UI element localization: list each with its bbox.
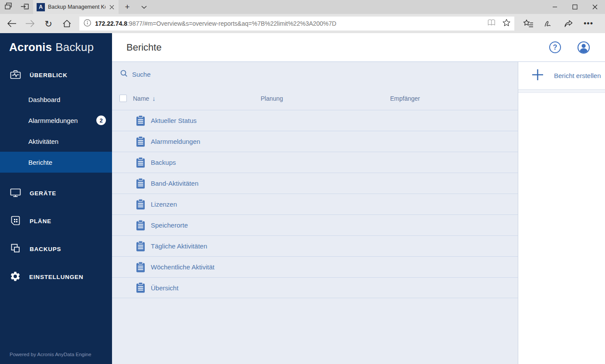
sidebar: Acronis Backup ÜBERBLICK Dashboard Alarm…	[0, 33, 112, 364]
search-input[interactable]: Suche	[112, 62, 518, 87]
sort-desc-icon: ↓	[152, 95, 156, 102]
column-header-planung[interactable]: Planung	[261, 95, 283, 102]
sidebar-section-label: PLÄNE	[30, 218, 51, 225]
share-button[interactable]	[560, 15, 577, 32]
refresh-button[interactable]: ↻	[39, 15, 58, 32]
report-name: Speicherorte	[151, 221, 188, 229]
column-header-empfaenger[interactable]: Empfänger	[390, 95, 420, 102]
report-name: Backups	[151, 159, 176, 166]
table-row[interactable]: Backups	[112, 152, 518, 173]
web-note-pen-button[interactable]	[540, 15, 557, 32]
sidebar-section-geraete[interactable]: GERÄTE	[0, 179, 112, 207]
sidebar-section-einstellungen[interactable]: EINSTELLUNGEN	[0, 263, 112, 291]
url-path: :9877/#m=Overview&s=overview-reports&aq=…	[127, 20, 336, 27]
report-clipboard-icon	[136, 199, 145, 210]
home-button[interactable]	[58, 15, 76, 32]
sidebar-item-label: Aktivitäten	[28, 138, 58, 145]
report-clipboard-icon	[136, 262, 145, 273]
create-report-label: Bericht erstellen	[554, 72, 601, 79]
window-maximize-button[interactable]	[565, 0, 585, 14]
forward-button[interactable]	[21, 15, 39, 32]
more-options-icon: •••	[584, 19, 593, 28]
column-header-name[interactable]: Name ↓	[133, 95, 156, 102]
site-info-icon[interactable]	[84, 19, 91, 28]
url-text[interactable]: 172.22.74.8:9877/#m=Overview&s=overview-…	[95, 20, 483, 27]
logo-product: Backup	[55, 41, 94, 54]
report-name: Tägliche Aktivitäten	[151, 242, 207, 250]
browser-titlebar: A Backup Management Ko +	[0, 0, 605, 14]
backups-icon	[10, 243, 21, 255]
page-header: Berichte ?	[112, 33, 605, 62]
detail-panel: Bericht erstellen	[518, 62, 605, 364]
table-row[interactable]: Band-Aktivitäten	[112, 173, 518, 194]
sidebar-section-label: EINSTELLUNGEN	[29, 274, 83, 280]
new-tab-button[interactable]: +	[119, 0, 136, 14]
reports-list-area: Suche Name ↓ Planung Empfänger Aktueller…	[112, 62, 518, 364]
logo-brand: Acronis	[9, 41, 52, 54]
address-bar[interactable]: 172.22.74.8:9877/#m=Overview&s=overview-…	[79, 17, 514, 31]
powered-by-text: Powered by Acronis AnyData Engine	[10, 352, 91, 357]
tab-list-chevron-icon[interactable]	[136, 0, 152, 14]
browser-tab-active[interactable]: A Backup Management Ko	[33, 0, 119, 14]
sidebar-item-label: Alarmmeldungen	[28, 117, 78, 124]
tab-preview-button[interactable]	[0, 0, 17, 14]
select-all-checkbox[interactable]	[119, 95, 127, 102]
main-content: Berichte ? Suche Name	[112, 33, 605, 364]
set-tabs-aside-icon	[20, 2, 30, 12]
search-placeholder: Suche	[132, 71, 151, 78]
sidebar-item-berichte[interactable]: Berichte	[0, 152, 112, 173]
account-button[interactable]	[577, 41, 590, 54]
report-name: Band-Aktivitäten	[151, 180, 198, 187]
set-tabs-aside-button[interactable]	[17, 0, 33, 14]
sidebar-section-ueberblick[interactable]: ÜBERBLICK	[0, 61, 112, 89]
report-name: Aktueller Status	[151, 117, 197, 124]
gear-icon	[10, 271, 21, 283]
report-clipboard-icon	[136, 157, 145, 168]
overview-icon	[10, 69, 21, 82]
report-name: Alarmmeldungen	[151, 138, 200, 145]
help-button[interactable]: ?	[549, 41, 561, 53]
table-row[interactable]: Tägliche Aktivitäten	[112, 235, 518, 256]
table-row[interactable]: Alarmmeldungen	[112, 131, 518, 152]
search-icon	[120, 70, 128, 79]
report-clipboard-icon	[136, 241, 145, 252]
acronis-backup-logo: Acronis Backup	[0, 33, 112, 61]
report-clipboard-icon	[136, 115, 145, 126]
devices-icon	[10, 187, 21, 200]
report-name: Übersicht	[151, 284, 178, 292]
sidebar-section-label: GERÄTE	[30, 190, 56, 197]
report-clipboard-icon	[136, 178, 145, 189]
tab-close-icon[interactable]	[109, 4, 115, 10]
reading-view-icon[interactable]	[487, 19, 496, 28]
sidebar-item-dashboard[interactable]: Dashboard	[0, 89, 112, 110]
favorite-star-icon[interactable]	[502, 18, 511, 29]
favorites-hub-button[interactable]	[520, 15, 537, 32]
back-button[interactable]	[3, 15, 21, 32]
sidebar-item-aktivitaeten[interactable]: Aktivitäten	[0, 131, 112, 152]
tab-preview-icon	[4, 2, 13, 12]
acronis-favicon-icon: A	[37, 3, 45, 11]
window-close-button[interactable]	[585, 0, 605, 14]
column-label: Name	[133, 95, 149, 102]
plus-icon	[531, 68, 544, 83]
table-row[interactable]: Speicherorte	[112, 214, 518, 235]
create-report-button[interactable]: Bericht erstellen	[518, 62, 605, 90]
sidebar-section-label: ÜBERBLICK	[30, 72, 68, 78]
sidebar-section-backups[interactable]: BACKUPS	[0, 235, 112, 263]
acronis-app: Acronis Backup ÜBERBLICK Dashboard Alarm…	[0, 33, 605, 364]
account-person-icon	[577, 41, 590, 54]
table-row[interactable]: Übersicht	[112, 277, 518, 298]
alerts-count-badge: 2	[96, 116, 106, 125]
workspace: Suche Name ↓ Planung Empfänger Aktueller…	[112, 62, 605, 364]
table-row[interactable]: Wöchentliche Aktivität	[112, 256, 518, 277]
url-host: 172.22.74.8	[95, 20, 127, 27]
titlebar-drag-area	[152, 0, 545, 14]
window-minimize-button[interactable]	[545, 0, 565, 14]
table-row[interactable]: Lizenzen	[112, 194, 518, 214]
sidebar-section-plaene[interactable]: PLÄNE	[0, 207, 112, 235]
more-options-button[interactable]: •••	[580, 15, 597, 32]
sidebar-item-alarmmeldungen[interactable]: Alarmmeldungen 2	[0, 110, 112, 131]
report-name: Wöchentliche Aktivität	[151, 263, 214, 271]
table-row[interactable]: Aktueller Status	[112, 110, 518, 131]
refresh-icon: ↻	[44, 19, 52, 28]
